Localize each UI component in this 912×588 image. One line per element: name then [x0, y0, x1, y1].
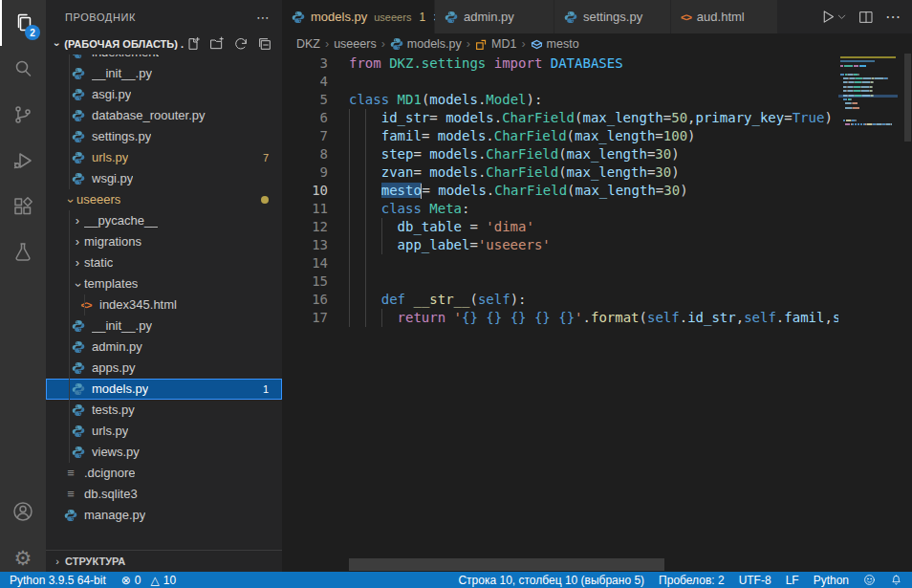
collapse-all-icon[interactable] [255, 34, 274, 54]
code-editor[interactable]: 3from DKZ.settings import DATABASES4 5cl… [282, 54, 912, 572]
tree-item-.dcignore[interactable]: ≡.dcignore [46, 463, 282, 484]
vertical-scrollbar[interactable] [903, 34, 912, 557]
chevron-right-icon[interactable]: › [71, 210, 84, 231]
clipped-tree-item[interactable]: indexlement [46, 54, 282, 63]
activity-account-icon[interactable] [0, 489, 46, 534]
code-line-17[interactable]: 17 return '{} {} {} {} {}'.format(self.i… [282, 309, 912, 327]
more-actions-icon[interactable]: ⋯ [256, 10, 271, 25]
status-indentation[interactable]: Пробелов: 2 [659, 574, 725, 587]
status-notifications[interactable] [890, 574, 902, 586]
status-feedback[interactable] [863, 574, 876, 586]
code-line-16[interactable]: 16 def __str__(self): [282, 291, 912, 309]
tree-item-tests.py[interactable]: tests.py [46, 400, 282, 421]
python-icon [390, 37, 403, 51]
tree-item-database_roouter.py[interactable]: database_roouter.py [46, 105, 282, 126]
file-label: database_roouter.py [92, 105, 206, 126]
breadcrumb-item-models.py[interactable]: models.py [390, 37, 462, 51]
tree-folder-templates[interactable]: ›templates [46, 273, 282, 294]
chevron-down-icon[interactable]: › [63, 189, 76, 210]
breadcrumb-item-useeers[interactable]: useeers [334, 37, 376, 51]
tree-item-urls.py[interactable]: urls.py [46, 421, 282, 442]
minimap[interactable] [838, 54, 903, 557]
tree-item-models.py[interactable]: models.py1 [46, 379, 282, 400]
chevron-down-icon[interactable]: › [71, 273, 84, 294]
status-problems[interactable]: ⊗0△10 [121, 574, 176, 587]
activity-extensions-icon[interactable] [0, 184, 46, 229]
tree-item-admin.py[interactable]: admin.py [46, 337, 282, 358]
tree-item-urls.py[interactable]: urls.py7 [46, 147, 282, 168]
workspace-label: (РАБОЧАЯ ОБЛАСТЬ) ... [64, 38, 184, 50]
line-number: 7 [282, 127, 328, 145]
tree-item-views.py[interactable]: views.py [46, 442, 282, 463]
code-line-10[interactable]: 10 mesto= models.CharField(max_length=30… [282, 182, 912, 200]
tab-admin.py[interactable]: admin.py [435, 0, 554, 33]
code-line-4[interactable]: 4 [282, 73, 912, 91]
activity-run-debug-icon[interactable] [0, 138, 46, 184]
code-line-8[interactable]: 8 step= models.CharField(max_length=30) [282, 145, 912, 163]
tree-item-apps.py[interactable]: apps.py [46, 358, 282, 379]
status-eol[interactable]: LF [786, 574, 799, 587]
token: __str__ [413, 292, 469, 307]
token [349, 237, 398, 252]
activity-explorer-icon[interactable]: 2 [0, 0, 46, 46]
code-line-15[interactable]: 15 [282, 272, 912, 291]
tree-folder-migrations[interactable]: ›migrations [46, 231, 282, 252]
token: ( [558, 146, 566, 162]
chevron-right-icon[interactable]: › [71, 231, 84, 252]
run-icon[interactable] [820, 9, 847, 25]
file-label: tests.py [92, 400, 135, 421]
breadcrumb-item-DKZ[interactable]: DKZ [296, 37, 320, 51]
horizontal-scrollbar[interactable] [349, 558, 838, 571]
code-line-11[interactable]: 11 class Meta: [282, 200, 912, 218]
code-line-6[interactable]: 6 id_str= models.CharField(max_length=50… [282, 109, 912, 127]
code-line-3[interactable]: 3from DKZ.settings import DATABASES [282, 54, 912, 73]
split-editor-icon[interactable] [858, 10, 874, 25]
python-file-icon [71, 361, 86, 375]
activity-search-icon[interactable] [0, 46, 46, 92]
tree-item-index345.html[interactable]: <>index345.html [46, 294, 282, 316]
tab-aud.html[interactable]: <>aud.html [671, 0, 778, 33]
breadcrumb-item-mesto[interactable]: mesto [531, 37, 579, 51]
chevron-down-icon: › [50, 38, 64, 50]
tree-item-asgi.py[interactable]: asgi.py [46, 84, 282, 105]
outline-section-header[interactable]: › СТРУКТУРА [46, 550, 282, 572]
token: 30 [655, 146, 671, 162]
code-line-12[interactable]: 12 db_table = 'dima' [282, 218, 912, 236]
code-line-14[interactable]: 14 [282, 254, 912, 272]
refresh-icon[interactable] [231, 34, 250, 54]
status-encoding[interactable]: UTF-8 [739, 574, 771, 587]
tab-settings.py[interactable]: settings.py [554, 0, 671, 33]
code-line-9[interactable]: 9 zvan= models.CharField(max_length=30) [282, 163, 912, 182]
tree-item-__init__.py[interactable]: __init__.py [46, 63, 282, 84]
new-file-icon[interactable] [184, 34, 203, 54]
token: max_length [575, 128, 655, 143]
tree-folder-__pycache__[interactable]: ›__pycache__ [46, 210, 282, 231]
activity-testing-icon[interactable] [0, 229, 46, 275]
vertical-scrollbar-slider[interactable] [904, 54, 911, 142]
status-label: Строка 10, столбец 10 (выбрано 5) [458, 574, 644, 587]
code-line-13[interactable]: 13 app_label='useeers' [282, 236, 912, 254]
horizontal-scrollbar-slider[interactable] [349, 558, 664, 571]
tree-item-manage.py[interactable]: manage.py [46, 505, 282, 526]
token: models [445, 110, 494, 125]
new-folder-icon[interactable] [207, 34, 227, 54]
tree-folder-static[interactable]: ›static [46, 252, 282, 273]
status-cursor-position[interactable]: Строка 10, столбец 10 (выбрано 5) [458, 574, 644, 587]
chevron-right-icon[interactable]: › [71, 252, 84, 273]
tree-folder-useeers[interactable]: ›useeers [46, 189, 282, 210]
status-language-mode[interactable]: Python [814, 574, 849, 587]
activity-source-control-icon[interactable] [0, 92, 46, 138]
tree-item-wsgi.py[interactable]: wsgi.py [46, 168, 282, 189]
tab-models.py[interactable]: models.pyuseeers1× [282, 0, 435, 33]
more-actions-icon[interactable]: ⋯ [885, 8, 901, 26]
tree-item-indexlement[interactable]: indexlement [46, 54, 282, 63]
tree-item-db.sqlite3[interactable]: ≡db.sqlite3 [46, 484, 282, 505]
code-line-5[interactable]: 5class MD1(models.Model): [282, 91, 912, 109]
workspace-section-header[interactable]: › (РАБОЧАЯ ОБЛАСТЬ) ... [46, 33, 282, 54]
tree-item-settings.py[interactable]: settings.py [46, 126, 282, 147]
token: max_length [582, 110, 662, 125]
tree-item-__init__.py[interactable]: __init__.py [46, 316, 282, 337]
code-line-7[interactable]: 7 famil= models.CharField(max_length=100… [282, 127, 912, 145]
breadcrumb-item-MD1[interactable]: MD1 [475, 37, 516, 51]
status-interpreter[interactable]: Python 3.9.5 64-bit [10, 574, 106, 587]
